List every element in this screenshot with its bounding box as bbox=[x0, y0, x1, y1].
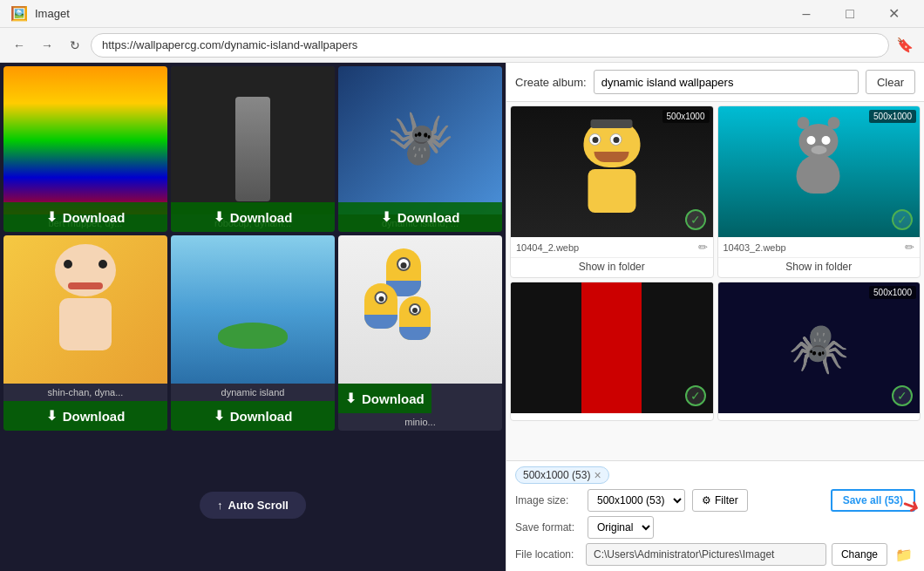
check-circle: ✓ bbox=[892, 209, 913, 230]
download-button[interactable]: ⬇ Download bbox=[171, 202, 335, 232]
album-file-info bbox=[718, 413, 921, 420]
album-thumb: 500x1000 ✓ bbox=[511, 282, 713, 413]
image-size-select[interactable]: 500x1000 (53) bbox=[588, 489, 685, 512]
file-location-label: File location: bbox=[515, 548, 581, 561]
image-label: dynamic island bbox=[171, 384, 335, 401]
show-in-folder-button[interactable]: Show in folder bbox=[511, 257, 713, 277]
download-icon: ⬇ bbox=[381, 209, 392, 225]
download-button[interactable]: ⬇ Download bbox=[338, 202, 502, 232]
filter-tag-row: 500x1000 (53) × bbox=[515, 466, 915, 484]
album-images: 500x1000 bbox=[506, 102, 924, 460]
forward-button[interactable]: → bbox=[35, 33, 59, 58]
island-art bbox=[171, 235, 335, 384]
file-name: 10404_2.webp bbox=[516, 242, 579, 253]
bookmark-button[interactable]: 🔖 bbox=[893, 33, 917, 58]
download-icon: ⬇ bbox=[214, 408, 225, 424]
image-card: ⬇ Download shin-chan, dyna... bbox=[3, 235, 167, 431]
save-format-row: Save format: Original bbox=[515, 516, 915, 539]
robocop-art bbox=[235, 97, 270, 201]
file-name: 10403_2.webp bbox=[724, 242, 786, 253]
image-thumb bbox=[171, 66, 335, 214]
check-circle: ✓ bbox=[892, 385, 913, 406]
auto-scroll-icon: ↑ bbox=[217, 499, 223, 512]
save-all-button[interactable]: Save all (53) bbox=[831, 489, 915, 512]
album-thumb: 500x1000 bbox=[511, 106, 713, 237]
album-file-info bbox=[511, 413, 713, 420]
album-image-card: 500x1000 🕷️ ✓ bbox=[717, 282, 921, 421]
window-controls: – □ ✕ bbox=[786, 0, 914, 28]
tag-close-button[interactable]: × bbox=[594, 469, 601, 481]
app-title: Imaget bbox=[35, 7, 779, 20]
check-circle: ✓ bbox=[685, 209, 706, 230]
navbar: ← → ↻ 🔖 bbox=[0, 28, 924, 63]
album-file-info: 10403_2.webp ✏ bbox=[718, 237, 921, 257]
web-panel: ⬇ Download bert muppet, dy... ⬇ Download… bbox=[0, 63, 506, 571]
size-badge: 500x1000 bbox=[869, 110, 916, 123]
image-card: ⬇ Download dynamic island bbox=[171, 235, 335, 431]
image-card: ⬇ Download bert muppet, dy... bbox=[3, 66, 167, 232]
minimize-button[interactable]: – bbox=[786, 0, 826, 28]
check-circle: ✓ bbox=[685, 385, 706, 406]
download-icon: ⬇ bbox=[214, 209, 225, 225]
close-button[interactable]: ✕ bbox=[873, 0, 914, 28]
album-image-card: 500x1000 ✓ bbox=[510, 282, 714, 421]
image-thumb bbox=[3, 235, 167, 384]
image-thumb bbox=[338, 235, 502, 384]
album-thumb: 500x1000 🕷️ ✓ bbox=[718, 282, 921, 413]
image-size-label: Image size: bbox=[515, 494, 581, 506]
change-button[interactable]: Change bbox=[832, 543, 887, 566]
edit-icon[interactable]: ✏ bbox=[698, 241, 708, 254]
image-thumb: 🕷️ bbox=[338, 66, 502, 214]
download-icon: ⬇ bbox=[345, 391, 357, 406]
download-button[interactable]: ⬇ Download bbox=[3, 401, 167, 431]
album-thumb: 500x1000 ✓ bbox=[718, 106, 921, 237]
auto-scroll-button[interactable]: ↑ Auto Scroll bbox=[200, 492, 306, 519]
download-button[interactable]: ⬇ Download bbox=[3, 202, 167, 232]
image-thumb bbox=[171, 235, 335, 384]
bottom-controls: 500x1000 (53) × Image size: 500x1000 (53… bbox=[506, 460, 924, 571]
app-icon: 🖼️ bbox=[10, 5, 28, 22]
file-location-input[interactable] bbox=[586, 543, 826, 566]
refresh-button[interactable]: ↻ bbox=[63, 33, 87, 58]
image-label: shin-chan, dyna... bbox=[3, 384, 167, 401]
size-badge: 500x1000 bbox=[662, 110, 710, 123]
edit-icon[interactable]: ✏ bbox=[905, 241, 914, 254]
titlebar: 🖼️ Imaget – □ ✕ bbox=[0, 0, 924, 28]
file-location-row: File location: Change 📁 ➜ bbox=[515, 543, 915, 566]
maximize-button[interactable]: □ bbox=[830, 0, 870, 28]
album-name-input[interactable] bbox=[594, 70, 859, 94]
save-format-label: Save format: bbox=[515, 521, 581, 534]
image-grid: ⬇ Download bert muppet, dy... ⬇ Download… bbox=[0, 63, 506, 434]
save-format-select[interactable]: Original bbox=[588, 516, 654, 539]
image-card: 🕷️ ⬇ Download dynamic island, ... bbox=[338, 66, 502, 232]
download-button[interactable]: ⬇ Download bbox=[338, 384, 431, 413]
show-in-folder-button[interactable]: Show in folder bbox=[718, 257, 921, 277]
image-size-row: Image size: 500x1000 (53) ⚙ Filter Save … bbox=[515, 489, 915, 512]
spiderman-red-art bbox=[511, 282, 713, 413]
download-icon: ⬇ bbox=[46, 408, 58, 424]
album-image-card: 500x1000 bbox=[510, 105, 714, 278]
address-bar[interactable] bbox=[91, 33, 889, 58]
image-card: ⬇ Download robocop, dynam... bbox=[171, 66, 335, 232]
album-image-card: 500x1000 ✓ bbox=[717, 105, 921, 278]
image-card: ⬇ Download minio... bbox=[338, 235, 502, 431]
filter-tag: 500x1000 (53) × bbox=[515, 466, 609, 484]
create-album-label: Create album: bbox=[515, 76, 587, 89]
back-button[interactable]: ← bbox=[7, 33, 31, 58]
folder-icon-button[interactable]: 📁 bbox=[893, 543, 915, 566]
main-container: ⬇ Download bert muppet, dy... ⬇ Download… bbox=[0, 63, 924, 571]
download-icon: ⬇ bbox=[46, 209, 58, 225]
spiderman-blue-art: 🕷️ bbox=[718, 282, 921, 413]
download-button[interactable]: ⬇ Download bbox=[171, 401, 335, 431]
filter-button[interactable]: ⚙ Filter bbox=[692, 489, 748, 512]
album-header: Create album: Clear bbox=[506, 63, 924, 102]
image-thumb bbox=[3, 66, 167, 214]
album-file-info: 10404_2.webp ✏ bbox=[511, 237, 713, 257]
image-label: minio... bbox=[338, 413, 502, 431]
album-panel: Create album: Clear 500x1000 bbox=[506, 63, 924, 571]
filter-tag-label: 500x1000 (53) bbox=[523, 469, 590, 481]
filter-icon: ⚙ bbox=[702, 494, 711, 506]
clear-button[interactable]: Clear bbox=[866, 70, 915, 94]
